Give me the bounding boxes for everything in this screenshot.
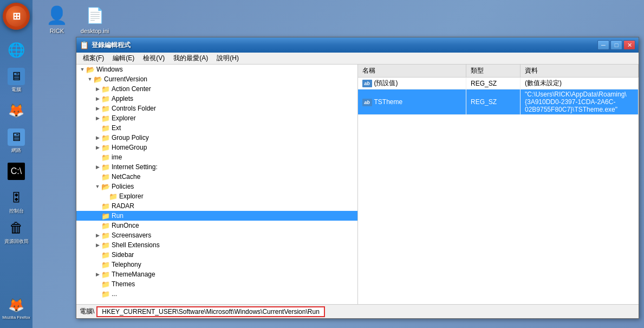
desktop-icon-rick[interactable]: 👤 RICK [38,4,76,34]
taskbar-network[interactable]: 🖥 網路 [2,126,31,156]
tree-item-themes[interactable]: 📁Themes [76,279,357,289]
folder-closed-icon: 📁 [101,280,110,288]
tree-item-current-version[interactable]: ▼📂CurrentVersion [76,74,357,84]
taskbar-ie[interactable]: 🌐 [2,35,31,65]
taskbar-control[interactable]: 🎛 控制台 [2,187,31,216]
folder-closed-icon: 📁 [101,163,110,171]
tree-item-policies-explorer[interactable]: 📁Explorer [76,191,357,201]
tree-item-radar[interactable]: 📁RADAR [76,201,357,211]
tree-item-shell-extensions[interactable]: ▶📁Shell Extensions [76,240,357,250]
tree-item-label: Explorer [112,114,357,122]
tree-expander-placeholder [101,192,109,200]
reg-cell-type: REG_SZ [466,89,521,115]
tree-item-label: Run [112,212,357,220]
tree-expander-placeholder [94,153,101,161]
folder-closed-icon: 📁 [101,251,110,259]
folder-closed-icon: 📁 [101,95,110,102]
tree-item-internet-settings[interactable]: ▶📁Internet Setting: [76,162,357,172]
tree-expander-placeholder [94,290,101,298]
minimize-button[interactable]: ─ [597,40,609,50]
tree-expander-placeholder [94,280,101,288]
tree-item-runonce[interactable]: 📁RunOnce [76,221,357,230]
tree-item-label: Applets [112,95,357,102]
tree-item-explorer[interactable]: ▶📁Explorer [76,113,357,123]
taskbar-firefox2[interactable]: 🦊 Mozilla Firefox [2,293,31,323]
status-bar: 電腦\ HKEY_CURRENT_USER\Software\Microsoft… [76,304,639,318]
taskbar-computer-label: 電腦 [11,86,21,93]
title-bar: 📋 登錄編輯程式 ─ □ ✕ [76,37,639,53]
tree-item-screensavers[interactable]: ▶📁Screensavers [76,230,357,240]
tree-expander[interactable]: ▼ [86,75,94,83]
menu-edit[interactable]: 編輯(E) [108,53,139,64]
tree-expander[interactable]: ▶ [94,144,101,151]
registry-editor-window: 📋 登錄編輯程式 ─ □ ✕ 檔案(F) 編輯(E) 檢視(V) 我的最愛(A)… [76,37,639,319]
tree-item-ime[interactable]: 📁ime [76,152,357,162]
folder-open-icon: 📂 [101,183,110,190]
window-title: 登錄編輯程式 [92,41,131,50]
tree-item-netcache[interactable]: 📁NetCache [76,172,357,182]
col-data: 資料 [521,65,639,78]
tree-item-applets[interactable]: ▶📁Applets [76,94,357,104]
tree-panel[interactable]: ▼📂Windows▼📂CurrentVersion▶📁Action Center… [76,65,358,304]
tree-item-homegroup[interactable]: ▶📁HomeGroup [76,143,357,152]
tree-expander[interactable]: ▶ [94,271,101,278]
reg-cell-data: "C:\Users\RICK\AppData\Roaming\{3A910DD0… [521,89,639,115]
taskbar-firefox1[interactable]: 🦊 [2,96,31,125]
tree-expander[interactable]: ▶ [94,163,101,171]
tree-expander-placeholder [94,173,101,181]
tree-item-label: ThemeManage [112,271,357,278]
status-path: HKEY_CURRENT_USER\Software\Microsoft\Win… [96,306,324,317]
tree-item-label: NetCache [112,173,357,181]
tree-expander[interactable]: ▶ [94,134,101,142]
folder-closed-icon: 📁 [101,231,110,239]
tree-expander[interactable]: ▶ [94,105,101,112]
tree-expander[interactable]: ▶ [94,241,101,249]
registry-table: 名稱 類型 資料 ab(預設值) REG_SZ (數值未設定) abTSThem… [358,65,639,115]
tree-item-policies[interactable]: ▼📂Policies [76,182,357,191]
tree-expander[interactable]: ▼ [79,66,86,73]
status-label: 電腦\ [80,307,94,316]
desktop-icon-desktopini[interactable]: 📄 desktop.ini [76,4,114,34]
folder-closed-icon: 📁 [101,105,110,112]
start-button[interactable]: ⊞ [3,3,30,30]
menu-file[interactable]: 檔案(F) [79,53,108,64]
tree-item-telephony[interactable]: 📁Telephony [76,260,357,269]
restore-button[interactable]: □ [610,40,622,50]
reg-row-tstheme[interactable]: abTSTheme REG_SZ "C:\Users\RICK\AppData\… [358,89,639,115]
taskbar-cmd[interactable]: C:\ [2,157,31,186]
right-panel: 名稱 類型 資料 ab(預設值) REG_SZ (數值未設定) abTSThem… [358,65,639,304]
tree-expander[interactable]: ▶ [94,95,101,102]
taskbar-control-label: 控制台 [9,208,24,215]
tree-expander[interactable]: ▶ [94,114,101,122]
tree-item-more[interactable]: 📁... [76,289,357,299]
reg-cell-name: abTSTheme [358,89,466,115]
tree-item-theme-manage[interactable]: ▶📁ThemeManage [76,269,357,279]
tree-item-label: Telephony [112,261,357,268]
tree-item-label: Controls Folder [112,105,357,112]
tree-item-run[interactable]: 📁Run [76,211,357,221]
tree-item-controls-folder[interactable]: ▶📁Controls Folder [76,104,357,113]
tree-expander[interactable]: ▼ [94,183,101,190]
menu-view[interactable]: 檢視(V) [139,53,169,64]
tree-expander[interactable]: ▶ [94,85,101,93]
tree-expander[interactable]: ▶ [94,231,101,239]
window-icon: 📋 [80,41,88,49]
reg-cell-type: REG_SZ [466,78,521,89]
menu-help[interactable]: 說明(H) [212,53,243,64]
taskbar-firefox2-label: Mozilla Firefox [2,315,30,320]
taskbar-computer[interactable]: 🖥 電腦 [2,66,31,95]
tree-item-label: RADAR [112,202,357,210]
tree-expander-placeholder [94,202,101,210]
menu-favorites[interactable]: 我的最愛(A) [169,53,212,64]
col-type: 類型 [466,65,521,78]
tree-item-action-center[interactable]: ▶📁Action Center [76,84,357,94]
tree-item-ext[interactable]: 📁Ext [76,123,357,133]
tree-item-label: ime [112,153,357,161]
rick-icon: 👤 [46,4,68,26]
close-button[interactable]: ✕ [623,40,635,50]
reg-row-default[interactable]: ab(預設值) REG_SZ (數值未設定) [358,78,639,89]
tree-item-windows[interactable]: ▼📂Windows [76,65,357,74]
tree-item-sidebar[interactable]: 📁Sidebar [76,250,357,260]
tree-item-group-policy[interactable]: ▶📁Group Policy [76,133,357,143]
taskbar-recycle[interactable]: 🗑 資源回收筒 [2,217,31,247]
